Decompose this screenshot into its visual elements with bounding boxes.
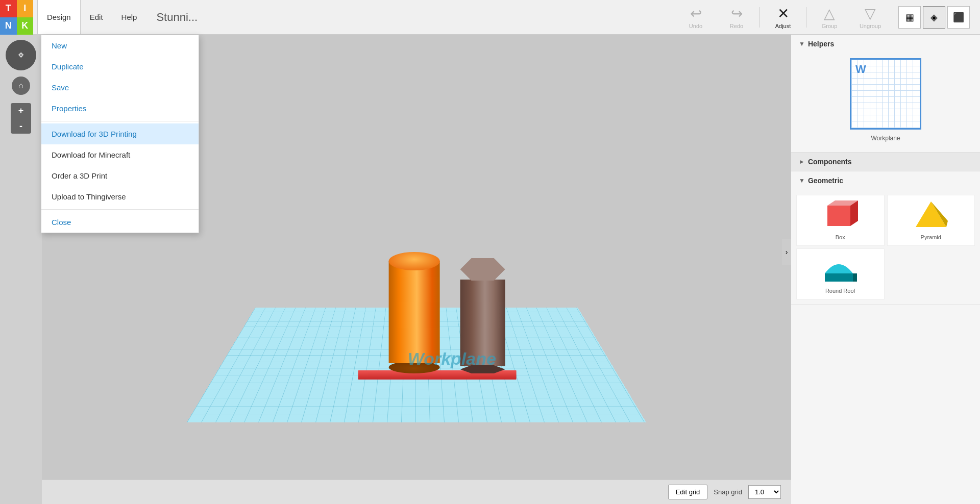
home-view-button[interactable]: ⌂ xyxy=(12,77,30,95)
helpers-header[interactable]: ▼ Helpers xyxy=(791,35,980,53)
components-arrow-icon: ► xyxy=(799,158,805,165)
object-hex-prism[interactable] xyxy=(460,258,505,373)
svg-rect-5 xyxy=(825,273,853,282)
zoom-in-button[interactable]: + xyxy=(11,103,31,118)
scene-wrapper: Workplane xyxy=(187,91,646,448)
group-icon: △ xyxy=(824,5,835,22)
logo[interactable]: T I N K xyxy=(0,0,33,35)
toolbar-separator xyxy=(760,7,760,28)
redo-button[interactable]: ↪ Redo xyxy=(719,5,754,29)
adjust-icon: ✕ xyxy=(777,5,789,22)
chevron-right-icon: › xyxy=(786,248,788,256)
shape-pyramid-card[interactable]: Pyramid xyxy=(887,195,975,246)
logo-n: N xyxy=(0,17,17,35)
objects-3d xyxy=(379,252,505,376)
geo-grid: Box Pyramid xyxy=(791,190,980,305)
helpers-content: W Workplane xyxy=(791,53,980,152)
menu-download3d[interactable]: Download for 3D Printing xyxy=(41,123,199,144)
redo-icon: ↪ xyxy=(731,5,743,22)
view-3d-icon[interactable]: ◈ xyxy=(923,6,945,29)
bottom-bar: Edit grid Snap grid 1.0 0.5 0.25 2.0 xyxy=(42,480,791,504)
logo-i: I xyxy=(17,0,34,17)
menu-new[interactable]: New xyxy=(41,35,199,56)
menu-properties[interactable]: Properties xyxy=(41,98,199,119)
design-dropdown-menu: New Duplicate Save Properties Download f… xyxy=(41,35,199,233)
undo-button[interactable]: ↩ Undo xyxy=(678,5,714,29)
nav-edit[interactable]: Edit xyxy=(81,0,112,34)
object-cylinder[interactable] xyxy=(389,252,440,373)
workplane-card-label: Workplane xyxy=(871,135,900,142)
navigate-circle[interactable]: ⌖ xyxy=(6,40,36,70)
left-nav: ⌖ ⌂ + - xyxy=(0,35,42,504)
nav-menu: Design Edit Help xyxy=(37,0,146,34)
ungroup-button[interactable]: ▽ Ungroup xyxy=(852,5,888,29)
roundroof-label: Round Roof xyxy=(825,288,855,294)
svg-marker-0 xyxy=(827,206,850,226)
nav-design[interactable]: Design xyxy=(37,0,81,34)
menu-save[interactable]: Save xyxy=(41,77,199,98)
view-minecraft-icon[interactable]: ⬛ xyxy=(947,6,970,29)
pyramid-label: Pyramid xyxy=(921,234,941,240)
group-button[interactable]: △ Group xyxy=(812,5,847,29)
hex-top xyxy=(460,258,505,281)
topbar: T I N K Design Edit Help Stunni... ↩ Und… xyxy=(0,0,980,35)
shape-roundroof-card[interactable]: Round Roof xyxy=(796,248,885,299)
view-icons: ▦ ◈ ⬛ xyxy=(898,6,970,29)
zoom-out-button[interactable]: - xyxy=(11,118,31,134)
geometric-section: ▼ Geometric Box xyxy=(791,171,980,305)
menu-upload[interactable]: Upload to Thingiverse xyxy=(41,186,199,207)
cylinder-body xyxy=(389,261,440,363)
panel-toggle[interactable]: › xyxy=(782,239,791,265)
workplane-card[interactable]: W xyxy=(850,58,921,130)
right-panel: ▼ Helpers W Workplane ► Components ▼ Geo… xyxy=(791,35,980,504)
pan-arrows-icon: ⌖ xyxy=(18,48,24,62)
home-icon: ⌂ xyxy=(18,81,23,90)
toolbar-right: ↩ Undo ↪ Redo ✕ Adjust △ Group ▽ Ungroup… xyxy=(678,5,980,29)
logo-t: T xyxy=(0,0,17,17)
edit-grid-button[interactable]: Edit grid xyxy=(668,485,708,499)
hex-bottom xyxy=(460,365,505,373)
nav-help[interactable]: Help xyxy=(112,0,146,34)
components-section: ► Components xyxy=(791,153,980,171)
geometric-arrow-icon: ▼ xyxy=(799,177,805,184)
box-label: Box xyxy=(836,234,845,240)
helpers-arrow-icon: ▼ xyxy=(799,40,805,47)
svg-rect-6 xyxy=(853,273,857,282)
menu-order3d[interactable]: Order a 3D Print xyxy=(41,165,199,186)
box-shape-preview xyxy=(822,200,858,231)
helpers-section: ▼ Helpers W Workplane xyxy=(791,35,980,153)
zoom-group: + - xyxy=(11,103,31,134)
pyramid-shape-preview xyxy=(913,200,949,231)
object-platform xyxy=(379,252,440,376)
roundroof-shape-preview xyxy=(822,254,858,285)
snap-label: Snap grid xyxy=(714,488,742,496)
page-title: Stunni... xyxy=(156,11,198,24)
menu-close[interactable]: Close xyxy=(41,212,199,233)
menu-duplicate[interactable]: Duplicate xyxy=(41,56,199,77)
adjust-button[interactable]: ✕ Adjust xyxy=(765,5,801,29)
snap-select[interactable]: 1.0 0.5 0.25 2.0 xyxy=(748,485,781,499)
geometric-header[interactable]: ▼ Geometric xyxy=(791,171,980,190)
menu-downloadmc[interactable]: Download for Minecraft xyxy=(41,144,199,165)
shape-box-card[interactable]: Box xyxy=(796,195,885,246)
undo-icon: ↩ xyxy=(690,5,702,22)
menu-separator2 xyxy=(41,209,199,210)
components-header[interactable]: ► Components xyxy=(791,153,980,171)
workplane-w-letter: W xyxy=(855,63,866,76)
hex-body xyxy=(460,280,505,366)
ungroup-icon: ▽ xyxy=(865,5,876,22)
view-grid-icon[interactable]: ▦ xyxy=(898,6,921,29)
menu-separator xyxy=(41,121,199,121)
logo-k: K xyxy=(17,17,34,35)
cylinder-top xyxy=(389,252,440,270)
toolbar-separator2 xyxy=(806,7,806,28)
